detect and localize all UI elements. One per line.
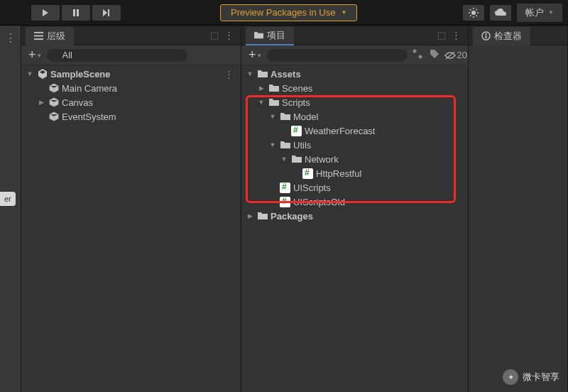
tree-item-label: Scenes	[282, 83, 312, 94]
inspector-panel: 检查器	[469, 26, 568, 392]
lock-icon[interactable]: ⬚	[435, 30, 449, 40]
pause-button[interactable]	[62, 5, 90, 21]
expand-arrow-icon[interactable]	[268, 113, 277, 120]
csharp-script-icon	[302, 168, 313, 179]
folder-icon	[280, 111, 290, 122]
account-button[interactable]: 帐户	[517, 4, 562, 22]
tree-item[interactable]: Network	[241, 152, 468, 166]
tree-item[interactable]: Packages	[241, 209, 468, 223]
cloud-button[interactable]	[490, 5, 511, 21]
watermark-text: 微卡智享	[523, 371, 559, 383]
svg-point-15	[413, 50, 416, 53]
tree-item[interactable]: Assets	[241, 67, 468, 81]
tree-item[interactable]: Scenes	[241, 81, 468, 95]
expand-arrow-icon[interactable]	[268, 141, 277, 148]
hierarchy-tab[interactable]: 层级	[26, 27, 74, 45]
toolbar-right: 帐户	[463, 4, 562, 22]
expand-arrow-icon[interactable]	[37, 99, 45, 106]
project-controls: + 20	[241, 45, 468, 65]
step-button[interactable]	[92, 5, 121, 21]
tree-item-label: Assets	[271, 69, 301, 80]
lock-icon[interactable]: ⬚	[207, 30, 222, 40]
inspector-tab-label: 检查器	[494, 30, 522, 43]
tree-item-label: UIScriptsOld	[293, 197, 345, 207]
expand-arrow-icon[interactable]	[26, 70, 34, 77]
hidden-count[interactable]: 20	[444, 50, 467, 60]
tree-item-label: Utils	[293, 140, 311, 151]
folder-icon	[268, 97, 279, 108]
watermark: ✦ 微卡智享	[503, 369, 559, 385]
play-button[interactable]	[31, 5, 60, 21]
project-add-button[interactable]: +	[246, 48, 264, 62]
preview-packages-button[interactable]: Preview Packages in Use	[220, 4, 357, 21]
item-menu-icon[interactable]: ⋮	[224, 69, 238, 80]
expand-arrow-icon[interactable]	[280, 156, 288, 163]
svg-rect-0	[73, 9, 75, 16]
tree-item[interactable]: WeatherForecast	[241, 124, 468, 138]
project-tab[interactable]: 项目	[246, 27, 294, 45]
folder-icon	[257, 211, 268, 222]
tree-item[interactable]: Scripts	[241, 95, 468, 109]
tree-item[interactable]: UIScripts	[241, 180, 468, 195]
left-dock-strip: ⋮	[0, 26, 21, 392]
svg-rect-20	[486, 33, 487, 35]
tree-item[interactable]: Canvas	[21, 95, 241, 109]
project-tab-label: 项目	[267, 29, 285, 42]
expand-arrow-icon[interactable]	[257, 99, 266, 106]
hierarchy-tabbar: 层级 ⬚ ⋮	[21, 26, 241, 45]
folder-icon	[291, 154, 302, 165]
tree-item-label: WeatherForecast	[305, 126, 375, 136]
hierarchy-search-input[interactable]	[47, 49, 187, 62]
project-search-input[interactable]	[267, 49, 408, 62]
svg-line-11	[476, 9, 478, 11]
svg-rect-1	[77, 9, 79, 16]
svg-point-16	[418, 55, 422, 59]
hierarchy-tree[interactable]: SampleScene⋮Main CameraCanvasEventSystem	[21, 65, 241, 392]
hierarchy-controls: +	[21, 45, 241, 65]
tree-item[interactable]: SampleScene⋮	[21, 67, 241, 81]
svg-line-10	[470, 15, 471, 16]
info-icon	[481, 31, 491, 40]
inspector-tab[interactable]: 检查器	[473, 27, 530, 45]
tree-item-label: Model	[293, 111, 318, 122]
panel-menu-icon[interactable]: ⋮	[222, 30, 236, 40]
project-filter-controls: 20	[410, 49, 467, 61]
tree-item[interactable]: EventSystem	[21, 109, 241, 124]
hierarchy-add-button[interactable]: +	[26, 48, 44, 62]
expand-arrow-icon[interactable]	[246, 212, 254, 219]
filter-type-icon[interactable]	[410, 49, 425, 61]
tree-item[interactable]: HttpRestful	[241, 166, 468, 180]
svg-rect-13	[34, 36, 43, 37]
playback-controls	[31, 5, 121, 21]
inspector-content	[469, 45, 567, 392]
filter-label-icon[interactable]	[427, 49, 442, 61]
tree-item-label: EventSystem	[62, 111, 116, 122]
tree-item-label: Packages	[271, 211, 313, 222]
expand-arrow-icon[interactable]	[257, 85, 266, 92]
gameobject-icon	[48, 97, 59, 108]
project-search-wrap	[267, 49, 408, 62]
brightness-button[interactable]	[463, 5, 484, 21]
folder-icon	[280, 140, 290, 151]
tree-item[interactable]: Utils	[241, 138, 468, 152]
tree-item-label: UIScripts	[293, 183, 331, 193]
tree-item[interactable]: Main Camera	[21, 81, 241, 95]
csharp-script-icon	[280, 183, 290, 193]
hierarchy-tab-label: 层级	[47, 30, 65, 43]
tree-item-label: SampleScene	[50, 69, 111, 80]
hidden-count-value: 20	[457, 50, 467, 60]
panel-menu-icon[interactable]: ⋮	[449, 30, 464, 40]
preview-label: Preview Packages in Use	[231, 7, 335, 18]
tree-item[interactable]: Model	[241, 109, 468, 124]
expand-arrow-icon[interactable]	[246, 70, 254, 77]
csharp-script-icon	[280, 197, 290, 207]
project-tree[interactable]: AssetsScenesScriptsModelWeatherForecastU…	[241, 65, 468, 392]
hierarchy-panel: 层级 ⬚ ⋮ + SampleScene⋮Main CameraCanvasEv…	[21, 26, 241, 392]
tree-item[interactable]: UIScriptsOld	[241, 195, 468, 209]
dock-menu-icon[interactable]: ⋮	[5, 31, 16, 45]
main-toolbar: Preview Packages in Use 帐户	[0, 0, 568, 26]
project-tabbar: 项目 ⬚ ⋮	[241, 26, 468, 45]
hierarchy-icon	[34, 31, 43, 40]
tree-item-label: Scripts	[282, 97, 310, 108]
svg-rect-14	[34, 38, 43, 40]
